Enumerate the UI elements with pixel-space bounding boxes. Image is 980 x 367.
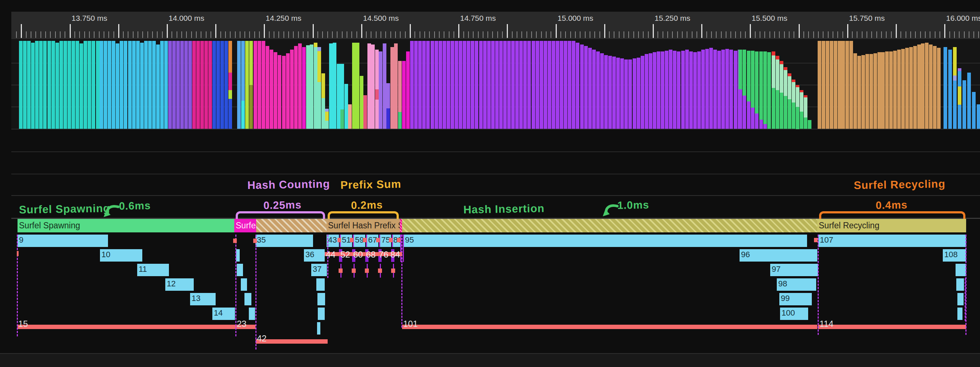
- zone-bar[interactable]: [237, 264, 243, 276]
- frame-bar[interactable]: [717, 51, 721, 129]
- frame-bar[interactable]: [447, 41, 450, 129]
- frame-bar[interactable]: [329, 43, 333, 129]
- frame-bar[interactable]: [600, 53, 604, 129]
- frame-bar[interactable]: [337, 64, 340, 129]
- frame-bar[interactable]: [776, 56, 780, 129]
- frame-bar[interactable]: [596, 51, 600, 129]
- flow-line[interactable]: [818, 325, 966, 329]
- frame-bar[interactable]: [333, 43, 336, 129]
- frame-bar[interactable]: [620, 58, 624, 129]
- frame-bar[interactable]: [568, 41, 571, 129]
- frame-bar[interactable]: [306, 45, 310, 129]
- frame-bar[interactable]: [136, 41, 140, 129]
- frame-bar[interactable]: [172, 41, 176, 129]
- zone-bar[interactable]: [316, 278, 325, 291]
- zone-bar[interactable]: [958, 293, 964, 305]
- frame-bar[interactable]: [88, 41, 91, 129]
- frame-bar[interactable]: [387, 83, 390, 129]
- zone-bar[interactable]: [956, 278, 964, 291]
- frame-bar[interactable]: [588, 48, 592, 129]
- frame-bar[interactable]: [893, 51, 897, 129]
- frame-bar[interactable]: [701, 49, 705, 129]
- zone-bar[interactable]: 98: [777, 278, 816, 291]
- zone-bar[interactable]: 35: [255, 235, 313, 247]
- frame-bar[interactable]: [414, 41, 418, 129]
- frame-bar[interactable]: [818, 41, 821, 129]
- frame-bar[interactable]: [487, 41, 491, 129]
- frame-bar[interactable]: [406, 51, 410, 129]
- frame-bar[interactable]: [241, 41, 245, 129]
- span-surfel-spawning[interactable]: Surfel Spawning: [18, 219, 234, 232]
- frame-bar[interactable]: [19, 41, 22, 129]
- frame-bar[interactable]: [556, 41, 559, 129]
- frame-bar[interactable]: [649, 53, 652, 129]
- frame-bar[interactable]: [858, 56, 861, 129]
- frame-bar[interactable]: [124, 41, 127, 129]
- span-hash-insertion-hatched[interactable]: [402, 219, 817, 232]
- frame-bar[interactable]: [475, 41, 478, 129]
- zone-bar[interactable]: 100: [780, 308, 808, 320]
- frame-bar[interactable]: [725, 49, 729, 129]
- frame-bar[interactable]: [738, 49, 742, 129]
- frame-bar[interactable]: [245, 41, 249, 129]
- frame-bar[interactable]: [208, 41, 212, 129]
- zone-bar[interactable]: 11: [137, 264, 169, 276]
- frame-bar[interactable]: [665, 51, 668, 129]
- frame-bar[interactable]: [495, 41, 499, 129]
- frame-bar[interactable]: [200, 41, 204, 129]
- frame-bar[interactable]: [184, 41, 188, 129]
- frame-bar[interactable]: [383, 43, 387, 129]
- frame-bar[interactable]: [709, 48, 713, 129]
- frame-bar[interactable]: [967, 73, 971, 129]
- frame-bar[interactable]: [637, 58, 640, 129]
- frame-bar[interactable]: [224, 41, 228, 129]
- frame-bar[interactable]: [845, 41, 849, 129]
- frame-bar[interactable]: [878, 52, 881, 129]
- frame-bar[interactable]: [523, 41, 527, 129]
- frame-bar[interactable]: [282, 56, 286, 129]
- frame-bar[interactable]: [363, 95, 367, 129]
- frame-bar[interactable]: [743, 49, 746, 129]
- frame-bar[interactable]: [398, 61, 402, 129]
- frame-bar[interactable]: [552, 41, 555, 129]
- frame-bar[interactable]: [160, 41, 164, 129]
- frame-bar[interactable]: [519, 41, 523, 129]
- frame-bar[interactable]: [885, 51, 889, 129]
- frame-bar[interactable]: [340, 64, 344, 129]
- zone-bar[interactable]: [317, 322, 320, 335]
- frame-bar[interactable]: [661, 51, 664, 129]
- frame-bar[interactable]: [51, 41, 55, 129]
- frame-bar[interactable]: [527, 41, 531, 129]
- frame-bar[interactable]: [628, 59, 632, 129]
- frame-bar[interactable]: [937, 48, 940, 129]
- frame-bar[interactable]: [705, 49, 709, 129]
- frame-bar[interactable]: [584, 46, 588, 129]
- frame-bar[interactable]: [784, 67, 788, 129]
- frame-bar[interactable]: [804, 95, 807, 129]
- zone-bar[interactable]: 10: [100, 249, 142, 262]
- frame-bar[interactable]: [763, 51, 767, 129]
- frame-bar[interactable]: [548, 41, 551, 129]
- frame-bar[interactable]: [834, 41, 837, 129]
- frame-bar[interactable]: [310, 44, 313, 129]
- frame-bar[interactable]: [838, 41, 842, 129]
- frame-bar[interactable]: [933, 46, 937, 129]
- frame-bar[interactable]: [426, 41, 430, 129]
- frame-bar[interactable]: [442, 41, 446, 129]
- zone-bar[interactable]: [956, 264, 966, 276]
- frame-bar[interactable]: [228, 41, 232, 129]
- frame-bar[interactable]: [371, 44, 375, 129]
- frame-bar[interactable]: [544, 41, 547, 129]
- span-surfel-recycling[interactable]: Surfel Recycling: [817, 219, 966, 232]
- frame-bar[interactable]: [120, 41, 123, 129]
- frame-bar[interactable]: [889, 51, 893, 129]
- frame-bar[interactable]: [608, 56, 612, 129]
- frame-bar[interactable]: [853, 53, 857, 129]
- frame-bar[interactable]: [314, 43, 317, 129]
- span-hash-counting-hatched[interactable]: [256, 219, 326, 232]
- frame-bar[interactable]: [729, 49, 733, 129]
- frame-bar[interactable]: [321, 73, 325, 129]
- frame-bar[interactable]: [953, 47, 957, 129]
- frame-bar[interactable]: [325, 109, 329, 129]
- frame-bar[interactable]: [394, 43, 398, 129]
